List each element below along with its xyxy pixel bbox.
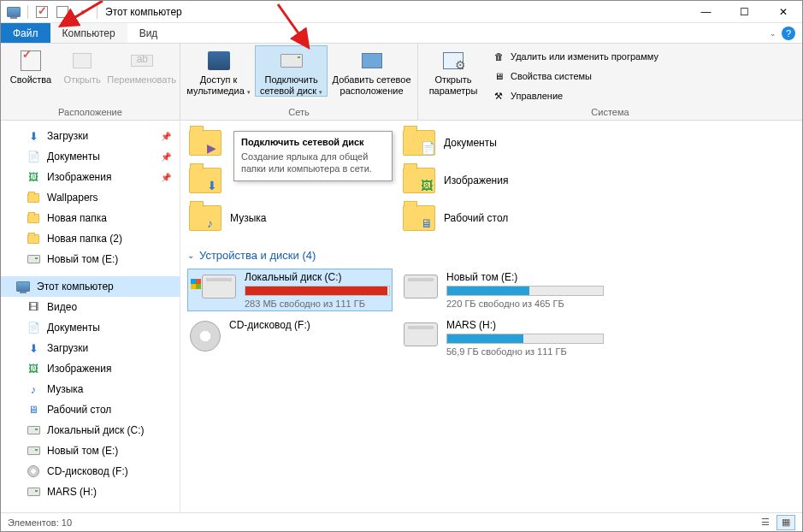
chevron-down-icon: ⌄ <box>187 251 194 260</box>
ribbon-group-location-label: Расположение <box>1 105 180 120</box>
view-details-button[interactable]: ☰ <box>756 515 775 530</box>
drive-icon <box>27 423 40 437</box>
view-tiles-button[interactable]: ▦ <box>776 515 795 530</box>
nav-label: Видео <box>47 301 77 313</box>
nav-label: Этот компьютер <box>37 281 114 293</box>
minimize-button[interactable]: — <box>687 1 725 23</box>
folder-icon: ▶ <box>189 130 221 156</box>
folder-icon: ⬇ <box>189 168 221 193</box>
folder-icon <box>27 232 40 245</box>
nav-item[interactable]: Wallpapers <box>1 187 180 208</box>
ribbon-collapse-icon[interactable]: ⌄ <box>770 29 776 38</box>
drive-tile[interactable]: CD-дисковод (F:) <box>187 316 393 359</box>
drive-name: Новый том (E:) <box>446 271 604 283</box>
devices-section-header[interactable]: ⌄ Устройства и диски (4) <box>187 249 795 262</box>
pictures-icon: 🖼 <box>27 170 40 184</box>
drive-name: MARS (H:) <box>446 319 604 331</box>
pictures-icon: 🖼 <box>27 362 40 375</box>
ribbon: Свойства Открыть ab Переименовать Распол… <box>1 44 802 121</box>
nav-label: Изображения <box>47 171 111 183</box>
nav-item[interactable]: ⬇ Загрузки <box>1 338 180 358</box>
ribbon-media-access[interactable]: Доступ к мультимедиа ▾ <box>184 45 253 96</box>
ribbon-map-network-drive[interactable]: Подключить сетевой диск ▾ <box>255 45 328 97</box>
nav-item[interactable]: Локальный диск (C:) <box>1 420 180 440</box>
documents-icon: 📄 <box>27 321 40 334</box>
folder-label: Музыка <box>230 212 266 224</box>
ribbon-group-network-label: Сеть <box>180 105 417 120</box>
nav-item[interactable]: 🎞 Видео <box>1 297 180 317</box>
ribbon-manage[interactable]: ⚒Управление <box>487 86 664 105</box>
folder-icon <box>27 191 40 204</box>
drive-name: CD-дисковод (F:) <box>229 319 390 331</box>
qat-properties[interactable] <box>32 3 51 21</box>
folder-icon: 📄 <box>403 130 435 156</box>
nav-item[interactable]: Новый том (E:) <box>1 440 180 461</box>
drive-free: 283 МБ свободно из 111 ГБ <box>245 299 390 309</box>
pc-icon <box>16 280 30 293</box>
nav-item[interactable]: 📄 Документы 📌 <box>1 146 180 167</box>
ribbon-open-settings[interactable]: ⚙ Открыть параметры <box>422 45 485 96</box>
svg-line-1 <box>278 4 307 45</box>
pin-icon: 📌 <box>161 173 171 182</box>
open-icon <box>68 49 96 73</box>
drive-tile[interactable]: MARS (H:) 56,9 ГБ свободно из 111 ГБ <box>401 316 606 359</box>
nav-item[interactable]: 🖼 Изображения 📌 <box>1 167 180 187</box>
folder-label: Рабочий стол <box>444 212 508 224</box>
content-pane[interactable]: Подключить сетевой диск Создание ярлыка … <box>180 121 802 514</box>
nav-label: Новая папка <box>47 212 107 224</box>
folder-label: Документы <box>444 137 497 149</box>
window-title: Этот компьютер <box>105 6 182 18</box>
folder-tile[interactable]: 🖼 Изображения <box>401 162 606 199</box>
ribbon-system-properties[interactable]: 🖥Свойства системы <box>487 67 664 86</box>
documents-icon: 📄 <box>27 150 40 163</box>
nav-item[interactable]: ♪ Музыка <box>1 379 180 399</box>
media-icon <box>205 49 233 73</box>
drive-tile[interactable]: Локальный диск (C:) 283 МБ свободно из 1… <box>187 269 393 311</box>
menu-bar: Файл Компьютер Вид ⌄ ? <box>1 23 802 44</box>
nav-item[interactable]: Новая папка <box>1 208 180 228</box>
ribbon-properties[interactable]: Свойства <box>4 45 57 86</box>
nav-item[interactable]: CD-дисковод (F:) <box>1 461 180 482</box>
nav-item[interactable]: 📄 Документы <box>1 317 180 338</box>
folder-tile[interactable]: 🖥 Рабочий стол <box>401 199 606 237</box>
folder-tile[interactable]: ♪ Музыка <box>187 199 393 237</box>
folder-tile[interactable]: 📄 Документы <box>401 124 606 162</box>
nav-this-pc[interactable]: Этот компьютер <box>1 276 180 297</box>
nav-item[interactable]: Новая папка (2) <box>1 228 180 249</box>
tooltip: Подключить сетевой диск Создание ярлыка … <box>233 131 393 181</box>
status-bar: Элементов: 10 ☰ ▦ <box>1 512 802 531</box>
nav-item[interactable]: Новый том (E:) <box>1 249 180 269</box>
nav-label: CD-дисковод (F:) <box>47 465 128 477</box>
drive-icon <box>27 444 40 458</box>
ribbon-open: Открыть <box>59 45 105 86</box>
navigation-pane[interactable]: ⬇ Загрузки 📌 📄 Документы 📌 🖼 Изображения… <box>1 121 180 514</box>
close-button[interactable]: ✕ <box>764 1 802 23</box>
uninstall-icon: 🗑 <box>492 50 505 63</box>
nav-item[interactable]: ⬇ Загрузки 📌 <box>1 126 180 146</box>
drive-tile[interactable]: Новый том (E:) 220 ГБ свободно из 465 ГБ <box>401 269 606 311</box>
drive-free: 56,9 ГБ свободно из 111 ГБ <box>446 346 604 357</box>
titlebar: ▾ Этот компьютер — ☐ ✕ <box>1 1 802 23</box>
nav-label: Новая папка (2) <box>47 233 122 245</box>
nav-label: MARS (H:) <box>47 486 97 498</box>
nav-item[interactable]: MARS (H:) <box>1 482 180 502</box>
ribbon-uninstall-program[interactable]: 🗑Удалить или изменить программу <box>487 47 664 66</box>
drive-free: 220 ГБ свободно из 465 ГБ <box>446 299 604 309</box>
nav-item[interactable]: 🖼 Изображения <box>1 358 180 379</box>
ribbon-add-network-location[interactable]: Добавить сетевое расположение <box>329 45 414 96</box>
help-icon[interactable]: ? <box>782 27 795 40</box>
tab-view[interactable]: Вид <box>127 23 170 43</box>
tab-file[interactable]: Файл <box>1 23 50 43</box>
drive-icon <box>404 271 438 309</box>
maximize-button[interactable]: ☐ <box>725 1 764 23</box>
nav-label: Рабочий стол <box>47 404 111 416</box>
folder-icon: ♪ <box>189 205 221 231</box>
ribbon-rename: ab Переименовать <box>107 45 176 86</box>
cd-icon <box>27 464 40 478</box>
video-icon: 🎞 <box>27 300 40 314</box>
nav-item[interactable]: 🖥 Рабочий стол <box>1 399 180 420</box>
qat-app-icon[interactable] <box>4 3 23 21</box>
folder-icon <box>27 211 40 225</box>
nav-label: Документы <box>47 151 100 163</box>
status-item-count: Элементов: 10 <box>8 517 72 528</box>
